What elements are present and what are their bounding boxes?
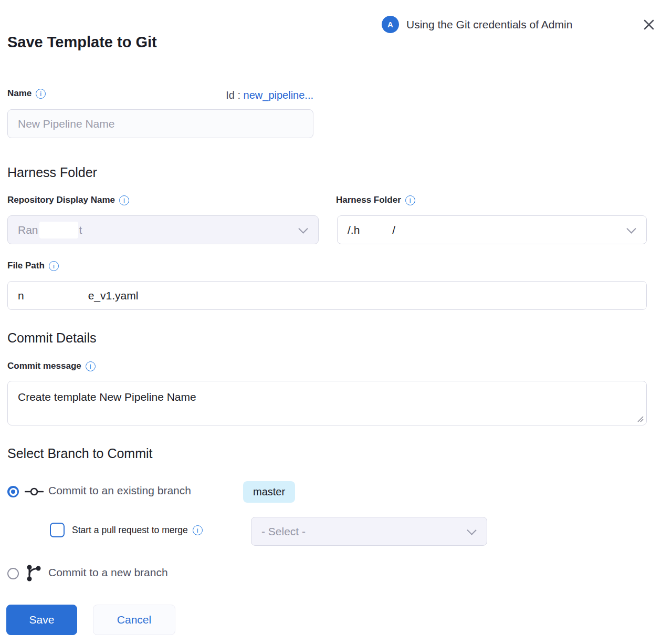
resize-grip-icon[interactable] <box>636 414 644 423</box>
name-input[interactable] <box>7 109 313 138</box>
radio-new-branch[interactable] <box>7 568 19 579</box>
file-path-value-start: n <box>18 289 24 302</box>
file-path-label-text: File Path <box>7 261 45 271</box>
redacted-area <box>24 287 88 304</box>
harness-folder-label: Harness Folder <box>336 195 415 205</box>
dialog-title: Save Template to Git <box>7 34 157 51</box>
existing-branch-label: Commit to an existing branch <box>48 484 191 497</box>
commit-message-textarea[interactable]: Create template New Pipeline Name <box>7 381 647 425</box>
save-button[interactable]: Save <box>6 605 77 635</box>
radio-existing-branch[interactable] <box>7 486 19 497</box>
file-path-label: File Path <box>7 261 59 271</box>
git-commit-icon <box>25 487 44 496</box>
branch-tag-text: master <box>253 486 285 498</box>
close-button[interactable] <box>642 17 656 32</box>
select-branch-heading: Select Branch to Commit <box>7 446 153 461</box>
redacted-area <box>360 222 392 238</box>
cancel-button-label: Cancel <box>117 614 151 626</box>
harness-folder-heading: Harness Folder <box>7 165 97 180</box>
file-path-value: n e_v1.yaml <box>18 287 138 304</box>
start-pull-request-label-text: Start a pull request to merge <box>72 525 188 536</box>
commit-details-heading: Commit Details <box>7 330 96 346</box>
info-icon[interactable] <box>119 195 129 205</box>
repository-label: Repository Display Name <box>7 195 129 205</box>
cancel-button[interactable]: Cancel <box>93 605 175 635</box>
pull-request-target-select[interactable]: - Select - <box>251 517 487 546</box>
info-icon[interactable] <box>49 261 59 271</box>
pull-request-select-placeholder: - Select - <box>261 525 306 538</box>
file-path-value-end: e_v1.yaml <box>88 289 139 302</box>
commit-message-value: Create template New Pipeline Name <box>18 391 196 403</box>
new-branch-label: Commit to a new branch <box>48 566 168 579</box>
template-id-line: Id : new_pipeline... <box>7 89 313 101</box>
start-pull-request-label: Start a pull request to merge <box>72 525 203 536</box>
repository-value-start: Ran <box>18 224 38 236</box>
branch-tag[interactable]: master <box>243 481 295 503</box>
git-branch-icon <box>26 564 41 583</box>
avatar-initial: A <box>387 20 393 29</box>
harness-folder-value: /.h / <box>348 222 395 238</box>
info-icon[interactable] <box>86 361 96 371</box>
avatar: A <box>382 16 399 33</box>
close-icon <box>643 19 655 30</box>
git-credentials-note: Using the Git credentials of Admin <box>406 18 572 31</box>
repository-select[interactable]: Ran t <box>7 215 319 244</box>
folder-value-end: / <box>392 224 395 236</box>
file-path-input[interactable]: n e_v1.yaml <box>7 281 647 310</box>
commit-message-label: Commit message <box>7 361 96 371</box>
repository-label-text: Repository Display Name <box>7 195 115 205</box>
id-label: Id : <box>226 89 240 101</box>
info-icon[interactable] <box>193 525 203 535</box>
chevron-down-icon <box>626 224 636 233</box>
folder-value-start: /.h <box>348 224 360 236</box>
harness-folder-select[interactable]: /.h / <box>337 215 647 244</box>
chevron-down-icon <box>467 525 476 535</box>
info-icon[interactable] <box>405 195 415 205</box>
repository-value: Ran t <box>18 222 82 238</box>
harness-folder-label-text: Harness Folder <box>336 195 401 205</box>
start-pull-request-checkbox[interactable] <box>50 523 65 537</box>
commit-message-label-text: Commit message <box>7 361 81 371</box>
save-button-label: Save <box>29 614 55 626</box>
repository-value-end: t <box>79 224 82 236</box>
redacted-area <box>39 222 78 238</box>
template-id-link[interactable]: new_pipeline... <box>244 89 313 101</box>
chevron-down-icon <box>298 224 308 233</box>
save-template-to-git-dialog: A Using the Git credentials of Admin Sav… <box>0 0 672 644</box>
